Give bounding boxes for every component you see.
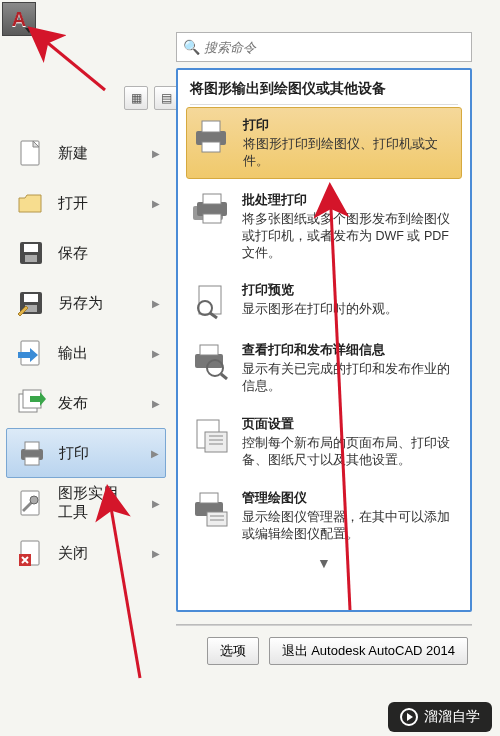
flyout-item-plotter-manager[interactable]: 管理绘图仪 显示绘图仪管理器，在其中可以添加或编辑绘图仪配置。 (190, 479, 458, 553)
play-icon (400, 708, 418, 726)
dropdown-triangle-icon (25, 28, 33, 33)
tools-icon (14, 486, 48, 520)
options-button[interactable]: 选项 (207, 637, 259, 665)
publish-icon (14, 386, 48, 420)
flyout-item-name: 打印 (243, 116, 457, 134)
svg-rect-23 (203, 194, 221, 204)
flyout-item-print-preview[interactable]: 打印预览 显示图形在打印时的外观。 (190, 271, 458, 331)
sidebar-item-new[interactable]: 新建 ▶ (6, 128, 166, 178)
search-input[interactable] (204, 40, 465, 55)
svg-rect-3 (24, 244, 38, 252)
svg-line-31 (221, 374, 227, 379)
print-preview-icon (190, 281, 230, 321)
print-icon (15, 436, 49, 470)
chevron-right-icon: ▶ (152, 298, 160, 309)
flyout-item-name: 页面设置 (242, 415, 458, 433)
flyout-item-desc: 控制每个新布局的页面布局、打印设备、图纸尺寸以及其他设置。 (242, 435, 458, 469)
svg-rect-12 (25, 442, 39, 450)
svg-point-15 (30, 496, 38, 504)
app-menu-button[interactable]: A (2, 2, 36, 36)
svg-rect-33 (205, 432, 227, 452)
watermark-badge: 溜溜自学 (388, 702, 492, 732)
sidebar-item-save-as[interactable]: 另存为 ▶ (6, 278, 166, 328)
page-setup-icon (190, 415, 230, 455)
sidebar-item-label: 图形实用 工具 (58, 484, 118, 522)
sidebar-item-label: 发布 (58, 394, 88, 413)
plotter-manager-icon (190, 489, 230, 529)
print-details-icon (190, 341, 230, 381)
sidebar-item-label: 打开 (58, 194, 88, 213)
printer-batch-icon (190, 191, 230, 231)
sidebar-item-save[interactable]: 保存 (6, 228, 166, 278)
sidebar-item-label: 另存为 (58, 294, 103, 313)
save-as-icon (14, 286, 48, 320)
separator (176, 624, 472, 626)
chevron-right-icon: ▶ (152, 198, 160, 209)
watermark-text: 溜溜自学 (424, 708, 480, 726)
chevron-right-icon: ▶ (152, 498, 160, 509)
printer-icon (191, 116, 231, 156)
sidebar-item-open[interactable]: 打开 ▶ (6, 178, 166, 228)
sidebar-item-utilities[interactable]: 图形实用 工具 ▶ (6, 478, 166, 528)
flyout-header: 将图形输出到绘图仪或其他设备 (190, 80, 458, 98)
flyout-item-desc: 显示有关已完成的打印和发布作业的信息。 (242, 361, 458, 395)
export-icon (14, 336, 48, 370)
flyout-item-name: 查看打印和发布详细信息 (242, 341, 458, 359)
svg-rect-13 (25, 457, 39, 465)
flyout-item-desc: 将图形打印到绘图仪、打印机或文件。 (243, 136, 457, 170)
recent-docs-button[interactable]: ▦ (124, 86, 148, 110)
command-search[interactable]: 🔍 (176, 32, 472, 62)
sidebar-item-label: 输出 (58, 344, 88, 363)
flyout-item-desc: 将多张图纸或多个图形发布到绘图仪或打印机，或者发布为 DWF 或 PDF 文件。 (242, 211, 458, 262)
app-menu-sidebar: 新建 ▶ 打开 ▶ 保存 另存为 ▶ 输出 ▶ 发布 ▶ (6, 128, 166, 578)
print-flyout-panel: 将图形输出到绘图仪或其他设备 打印 将图形打印到绘图仪、打印机或文件。 批处理打… (176, 68, 472, 612)
chevron-right-icon: ▶ (152, 398, 160, 409)
separator (190, 104, 458, 105)
sidebar-item-label: 新建 (58, 144, 88, 163)
svg-line-42 (32, 30, 105, 90)
file-new-icon (14, 136, 48, 170)
svg-rect-24 (203, 214, 221, 223)
flyout-item-name: 管理绘图仪 (242, 489, 458, 507)
sidebar-item-export[interactable]: 输出 ▶ (6, 328, 166, 378)
flyout-item-page-setup[interactable]: 页面设置 控制每个新布局的页面布局、打印设备、图纸尺寸以及其他设置。 (190, 405, 458, 479)
sidebar-item-publish[interactable]: 发布 ▶ (6, 378, 166, 428)
flyout-more-indicator[interactable]: ▼ (190, 553, 458, 571)
sidebar-item-print[interactable]: 打印 ▶ (6, 428, 166, 478)
svg-rect-39 (207, 512, 227, 526)
chevron-right-icon: ▶ (152, 348, 160, 359)
sidebar-item-close[interactable]: 关闭 ▶ (6, 528, 166, 578)
search-icon: 🔍 (183, 39, 200, 55)
flyout-item-batch-plot[interactable]: 批处理打印 将多张图纸或多个图形发布到绘图仪或打印机，或者发布为 DWF 或 P… (190, 181, 458, 272)
open-docs-button[interactable]: ▤ (154, 86, 178, 110)
svg-rect-19 (202, 121, 220, 132)
flyout-item-name: 批处理打印 (242, 191, 458, 209)
flyout-item-desc: 显示图形在打印时的外观。 (242, 301, 458, 318)
svg-rect-20 (202, 142, 220, 152)
chevron-right-icon: ▶ (151, 448, 159, 459)
save-icon (14, 236, 48, 270)
mini-toolbar: ▦ ▤ (124, 86, 178, 110)
close-icon (14, 536, 48, 570)
chevron-right-icon: ▶ (152, 148, 160, 159)
flyout-item-print[interactable]: 打印 将图形打印到绘图仪、打印机或文件。 (186, 107, 462, 179)
svg-rect-29 (200, 345, 218, 355)
sidebar-item-label: 保存 (58, 244, 88, 263)
flyout-item-print-details[interactable]: 查看打印和发布详细信息 显示有关已完成的打印和发布作业的信息。 (190, 331, 458, 405)
exit-button[interactable]: 退出 Autodesk AutoCAD 2014 (269, 637, 468, 665)
sidebar-item-label: 打印 (59, 444, 89, 463)
app-menu-footer: 选项 退出 Autodesk AutoCAD 2014 (176, 632, 472, 670)
flyout-item-desc: 显示绘图仪管理器，在其中可以添加或编辑绘图仪配置。 (242, 509, 458, 543)
chevron-right-icon: ▶ (152, 548, 160, 559)
svg-rect-38 (200, 493, 218, 503)
svg-rect-4 (25, 255, 37, 262)
folder-open-icon (14, 186, 48, 220)
svg-rect-6 (24, 294, 38, 302)
svg-rect-25 (199, 286, 221, 314)
flyout-item-name: 打印预览 (242, 281, 458, 299)
sidebar-item-label: 关闭 (58, 544, 88, 563)
